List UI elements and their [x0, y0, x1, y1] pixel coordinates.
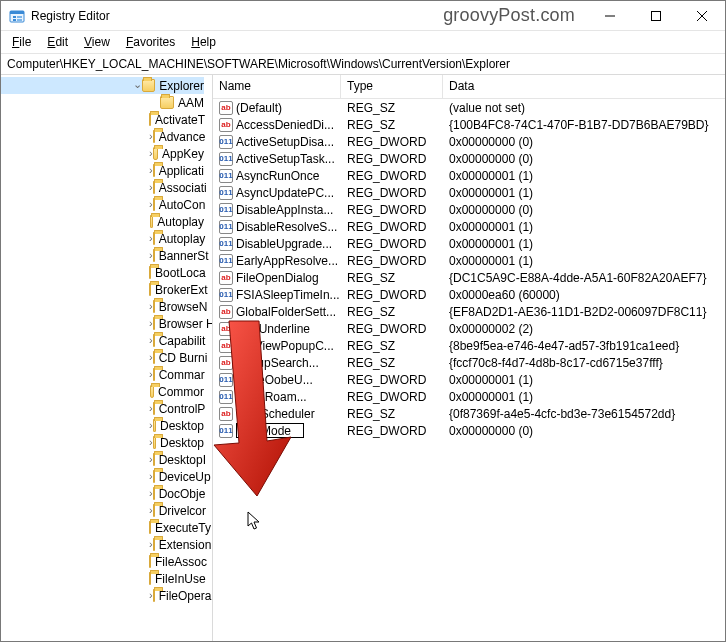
menu-help[interactable]: Help — [184, 33, 223, 51]
tree-node[interactable]: ActivateT — [1, 111, 204, 128]
value-row[interactable]: 011REG_DWORD0x00000000 (0) — [213, 422, 725, 439]
value-row[interactable]: 011aitOnRoam...REG_DWORD0x00000001 (1) — [213, 388, 725, 405]
tree-node[interactable]: ›Drivelcor — [1, 502, 204, 519]
tree-label: DesktopI — [159, 453, 206, 467]
maximize-button[interactable] — [633, 1, 679, 30]
value-name: PopupSearch... — [236, 356, 319, 370]
tree-node[interactable]: ›BannerSt — [1, 247, 204, 264]
value-row[interactable]: abListViewPopupC...REG_SZ{8be9f5ea-e746-… — [213, 337, 725, 354]
tree-node[interactable]: AAM — [1, 94, 204, 111]
string-value-icon: ab — [219, 305, 233, 319]
tree-node[interactable]: ›Commar — [1, 366, 204, 383]
minimize-button[interactable] — [587, 1, 633, 30]
value-row[interactable]: 011DisableUpgrade...REG_DWORD0x00000001 … — [213, 235, 725, 252]
dword-value-icon: 011 — [219, 135, 233, 149]
tree-node-explorer[interactable]: ⌄Explorer — [1, 77, 204, 94]
tree-node[interactable]: ›CD Burni — [1, 349, 204, 366]
tree-node[interactable]: ›AutoCon — [1, 196, 204, 213]
folder-icon — [153, 538, 155, 551]
folder-icon — [153, 300, 155, 313]
menu-edit[interactable]: Edit — [40, 33, 75, 51]
tree-label: CD Burni — [159, 351, 208, 365]
tree-node[interactable]: ›Applicati — [1, 162, 204, 179]
menu-file[interactable]: File — [5, 33, 38, 51]
tree-node[interactable]: ›Autoplay — [1, 230, 204, 247]
tree-node[interactable]: Commor — [1, 383, 204, 400]
tree-node[interactable]: FileInUse — [1, 570, 204, 587]
tree-pane[interactable]: ⌄ExplorerAAMActivateT›Advance›AppKey›App… — [1, 75, 213, 641]
menu-favorites[interactable]: Favorites — [119, 33, 182, 51]
value-data: 0x00000000 (0) — [443, 203, 725, 217]
tree-node[interactable]: ›ControlP — [1, 400, 204, 417]
tree-label: ExecuteTy — [155, 521, 211, 535]
tree-node[interactable]: BrokerExt — [1, 281, 204, 298]
tree-node[interactable]: ›Extension — [1, 536, 204, 553]
tree-node[interactable]: ›Desktop — [1, 417, 204, 434]
tree-node[interactable]: ›Desktop — [1, 434, 204, 451]
collapse-icon[interactable]: ⌄ — [133, 78, 142, 91]
value-row[interactable]: abGlobalFolderSett...REG_SZ{EF8AD2D1-AE3… — [213, 303, 725, 320]
value-data: 0x00000002 (2) — [443, 322, 725, 336]
tree-node[interactable]: ›DeviceUp — [1, 468, 204, 485]
tree-node[interactable]: Autoplay — [1, 213, 204, 230]
rename-input[interactable] — [236, 423, 304, 438]
value-row[interactable]: abPopupSearch...REG_SZ{fccf70c8-f4d7-4d8… — [213, 354, 725, 371]
value-type: REG_DWORD — [341, 186, 443, 200]
folder-icon — [153, 181, 155, 194]
column-data[interactable]: Data — [443, 75, 725, 98]
value-data: 0x00000001 (1) — [443, 373, 725, 387]
value-type: REG_DWORD — [341, 203, 443, 217]
tree-node[interactable]: FileAssoc — [1, 553, 204, 570]
value-row[interactable]: 011FSIASleepTimeIn...REG_DWORD0x0000ea60… — [213, 286, 725, 303]
tree-node[interactable]: ›BrowseN — [1, 298, 204, 315]
value-row[interactable]: ab(Default)REG_SZ(value not set) — [213, 99, 725, 116]
address-bar[interactable]: Computer\HKEY_LOCAL_MACHINE\SOFTWARE\Mic… — [1, 54, 725, 75]
panes: ⌄ExplorerAAMActivateT›Advance›AppKey›App… — [1, 75, 725, 641]
value-row[interactable]: 011DisableResolveS...REG_DWORD0x00000001… — [213, 218, 725, 235]
value-row[interactable]: abFileOpenDialogREG_SZ{DC1C5A9C-E88A-4dd… — [213, 269, 725, 286]
string-value-icon: ab — [219, 101, 233, 115]
value-name: ListViewPopupC... — [236, 339, 334, 353]
value-row[interactable]: abAccessDeniedDi...REG_SZ{100B4FC8-74C1-… — [213, 116, 725, 133]
dword-value-icon: 011 — [219, 424, 233, 438]
tree-label: Browser H — [159, 317, 213, 331]
column-type[interactable]: Type — [341, 75, 443, 98]
value-type: REG_DWORD — [341, 254, 443, 268]
tree-label: BrowseN — [159, 300, 208, 314]
tree-node[interactable]: ›Associati — [1, 179, 204, 196]
tree-node[interactable]: ›AppKey — [1, 145, 204, 162]
tree-node[interactable]: ›DesktopI — [1, 451, 204, 468]
dword-value-icon: 011 — [219, 237, 233, 251]
tree-label: FileAssoc — [155, 555, 207, 569]
tree-label: Explorer — [159, 79, 204, 93]
tree-label: FileInUse — [155, 572, 206, 586]
value-row[interactable]: 011AsyncUpdatePC...REG_DWORD0x00000001 (… — [213, 184, 725, 201]
value-row[interactable]: abIconUnderlineREG_DWORD0x00000002 (2) — [213, 320, 725, 337]
value-row[interactable]: 011EarlyAppResolve...REG_DWORD0x00000001… — [213, 252, 725, 269]
tree-node[interactable]: ›Browser H — [1, 315, 204, 332]
list-pane[interactable]: Name Type Data ab(Default)REG_SZ(value n… — [213, 75, 725, 641]
folder-icon — [153, 249, 155, 262]
folder-icon — [142, 79, 155, 92]
tree-node[interactable]: ›Capabilit — [1, 332, 204, 349]
close-button[interactable] — [679, 1, 725, 30]
tree-node[interactable]: ›FileOpera — [1, 587, 204, 604]
value-row[interactable]: 011chineOobeU...REG_DWORD0x00000001 (1) — [213, 371, 725, 388]
value-row[interactable]: 011ActiveSetupDisa...REG_DWORD0x00000000… — [213, 133, 725, 150]
value-row[interactable]: 011AsyncRunOnceREG_DWORD0x00000001 (1) — [213, 167, 725, 184]
value-type: REG_SZ — [341, 101, 443, 115]
tree-node[interactable]: BootLoca — [1, 264, 204, 281]
string-value-icon: ab — [219, 356, 233, 370]
value-type: REG_SZ — [341, 305, 443, 319]
value-data: 0x0000ea60 (60000) — [443, 288, 725, 302]
tree-node[interactable]: ExecuteTy — [1, 519, 204, 536]
menu-view[interactable]: View — [77, 33, 117, 51]
value-row[interactable]: 011ActiveSetupTask...REG_DWORD0x00000000… — [213, 150, 725, 167]
tree-node[interactable]: ›DocObje — [1, 485, 204, 502]
folder-icon — [153, 589, 155, 602]
column-name[interactable]: Name — [213, 75, 341, 98]
tree-node[interactable]: ›Advance — [1, 128, 204, 145]
value-row[interactable]: abTaskSchedulerREG_SZ{0f87369f-a4e5-4cfc… — [213, 405, 725, 422]
value-data: {DC1C5A9C-E88A-4dde-A5A1-60F82A20AEF7} — [443, 271, 725, 285]
value-row[interactable]: 011DisableAppInsta...REG_DWORD0x00000000… — [213, 201, 725, 218]
